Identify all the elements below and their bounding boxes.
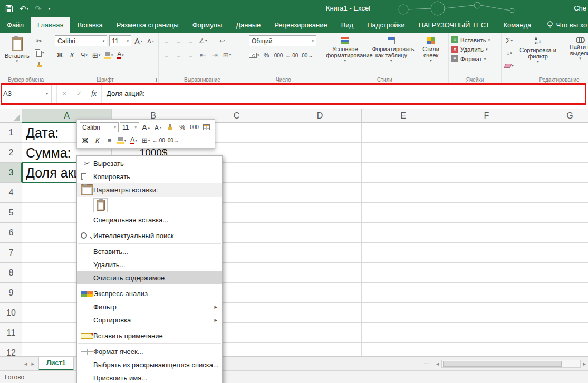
mini-bold-button[interactable]: Ж — [80, 135, 91, 146]
fill-button[interactable]: ↓▾ — [504, 48, 514, 58]
horizontal-scrollbar[interactable]: ◂ ▸ — [434, 359, 588, 369]
decrease-indent-button[interactable]: ⇤ — [198, 50, 208, 60]
menu-item-filter[interactable]: Фильтр▸ — [77, 300, 222, 313]
menu-item-sort[interactable]: Сортировка▸ — [77, 313, 222, 327]
mini-borders-button[interactable]: ⊞▾ — [140, 135, 151, 146]
font-color-button[interactable]: А▾ — [115, 50, 126, 61]
increase-indent-button[interactable]: ⇥ — [210, 50, 220, 60]
tab-formulas[interactable]: Формулы — [186, 17, 229, 33]
column-header-e[interactable]: E — [362, 109, 445, 123]
mini-format-painter-button[interactable] — [165, 122, 176, 133]
font-size-combo[interactable]: 11▾ — [109, 35, 131, 46]
orientation-button[interactable]: ∠▾ — [198, 35, 208, 46]
clear-button[interactable]: ▾ — [504, 61, 514, 71]
format-as-table-button[interactable]: Форматировать как таблицу ▾ — [369, 35, 413, 64]
menu-item-copy[interactable]: Копировать — [77, 170, 222, 183]
mini-center-align-button[interactable]: ≡ — [104, 135, 115, 146]
sheet-nav-right-icon[interactable]: ▸ — [32, 360, 35, 367]
font-name-combo[interactable]: Calibri▾ — [55, 35, 107, 46]
row-header-9[interactable]: 9 — [0, 283, 22, 303]
row-header-12[interactable]: 12 — [0, 343, 22, 356]
italic-button[interactable]: К — [67, 50, 77, 61]
align-top-button[interactable]: ≡ — [161, 35, 171, 46]
scrollbar-track[interactable] — [441, 360, 581, 368]
row-header-7[interactable]: 7 — [0, 243, 22, 263]
underline-button[interactable]: Ч▾ — [79, 50, 89, 61]
select-all-corner[interactable] — [0, 109, 22, 123]
menu-item-delete[interactable]: Удалить... — [77, 258, 222, 271]
wrap-text-button[interactable]: ↩ — [217, 35, 227, 46]
menu-item-quick-analysis[interactable]: Экспресс-анализ — [77, 287, 222, 300]
mini-italic-button[interactable]: К — [92, 135, 103, 146]
menu-item-format-cells[interactable]: Формат ячеек... — [77, 345, 222, 358]
row-header-5[interactable]: 5 — [0, 203, 22, 223]
mini-format-table-button[interactable] — [201, 122, 212, 133]
dialog-launcher-icon[interactable] — [46, 78, 50, 82]
tab-scroll-ellipsis[interactable]: ⋯ — [423, 360, 430, 367]
row-header-4[interactable]: 4 — [0, 183, 22, 203]
number-format-combo[interactable]: Общий▾ — [249, 35, 316, 46]
increase-decimal-button[interactable]: ←.00 — [286, 50, 298, 61]
row-header-10[interactable]: 10 — [0, 303, 22, 323]
menu-item-insert-comment[interactable]: Вставить примечание — [77, 329, 222, 342]
row-header-6[interactable]: 6 — [0, 223, 22, 243]
mini-grow-font-button[interactable]: А▴ — [140, 122, 151, 133]
copy-button[interactable]: ▾ — [34, 47, 44, 58]
tab-data[interactable]: Данные — [229, 17, 267, 33]
align-left-button[interactable]: ≡ — [161, 50, 171, 60]
autosum-button[interactable]: Σ▾ — [504, 35, 514, 46]
paste-button[interactable]: Вставить ▾ — [3, 35, 32, 65]
mini-decrease-decimal-button[interactable]: .00→ — [166, 135, 179, 146]
mini-shrink-font-button[interactable]: А▾ — [152, 122, 163, 133]
tab-load-test[interactable]: НАГРУЗОЧНЫЙ ТЕСТ — [412, 17, 497, 33]
row-header-3[interactable]: 3 — [0, 163, 22, 183]
mini-fill-color-button[interactable]: ▾ — [116, 135, 127, 146]
align-bottom-button[interactable]: ≡ — [186, 35, 196, 46]
mini-font-size-combo[interactable]: 11▾ — [120, 122, 139, 132]
save-button[interactable] — [5, 5, 13, 13]
cut-button[interactable]: ✂ — [34, 35, 44, 46]
menu-item-paste-special[interactable]: Специальная вставка... — [77, 213, 222, 227]
row-header-1[interactable]: 1 — [0, 123, 22, 143]
mini-font-name-combo[interactable]: Calibri▾ — [80, 122, 119, 132]
grow-font-button[interactable]: А▴ — [133, 36, 143, 46]
mini-percent-button[interactable]: % — [177, 122, 188, 133]
format-painter-button[interactable] — [34, 60, 44, 70]
align-center-button[interactable]: ≡ — [173, 50, 184, 60]
menu-item-insert[interactable]: Вставить... — [77, 245, 222, 258]
format-cells-button[interactable]: ≡ Формат ▾ — [451, 55, 498, 62]
scroll-left-icon[interactable]: ◂ — [436, 360, 439, 367]
column-header-g[interactable]: G — [528, 109, 588, 123]
insert-cells-button[interactable]: + Вставить ▾ — [451, 36, 498, 43]
bold-button[interactable]: Ж — [55, 50, 65, 61]
tab-view[interactable]: Вид — [334, 17, 361, 33]
menu-item-pick-from-list[interactable]: Выбрать из раскрывающегося списка... — [77, 358, 222, 371]
menu-item-smart-lookup[interactable]: Интеллектуальный поиск — [77, 229, 222, 242]
mini-increase-decimal-button[interactable]: ←.00 — [152, 135, 165, 146]
row-header-2[interactable]: 2 — [0, 143, 22, 163]
tab-file[interactable]: Файл — [0, 17, 31, 33]
sheet-tab-list1[interactable]: Лист1 — [38, 357, 73, 370]
mini-font-color-button[interactable]: А▾ — [128, 135, 139, 146]
tab-addins[interactable]: Надстройки — [360, 17, 411, 33]
mini-comma-button[interactable]: 000 — [189, 122, 200, 133]
tell-me[interactable]: Что вы хотите сдел — [547, 17, 588, 33]
dialog-launcher-icon[interactable] — [315, 78, 319, 82]
dialog-launcher-icon[interactable] — [240, 78, 244, 82]
find-select-button[interactable]: Найти и выдели ▾ — [562, 35, 588, 62]
align-right-button[interactable]: ≡ — [186, 50, 196, 60]
comma-style-button[interactable]: 000 — [274, 50, 284, 61]
fill-color-button[interactable]: ▾ — [103, 50, 113, 61]
paste-option-button[interactable] — [93, 198, 108, 212]
column-header-f[interactable]: F — [445, 109, 528, 123]
tab-team[interactable]: Команда — [497, 17, 538, 33]
sort-filter-button[interactable]: АЯ ↓ Сортировка и фильтр ▾ — [517, 35, 559, 65]
delete-cells-button[interactable]: × Удалить ▾ — [451, 46, 498, 53]
tab-page-layout[interactable]: Разметка страницы — [110, 17, 186, 33]
percent-style-button[interactable]: % — [262, 50, 272, 61]
column-header-d[interactable]: D — [278, 109, 362, 123]
conditional-formatting-button[interactable]: Условное форматирование ▾ — [324, 35, 367, 64]
row-header-11[interactable]: 11 — [0, 323, 22, 343]
decrease-decimal-button[interactable]: .00→ — [300, 50, 313, 61]
redo-button[interactable]: ↷ — [35, 5, 42, 13]
